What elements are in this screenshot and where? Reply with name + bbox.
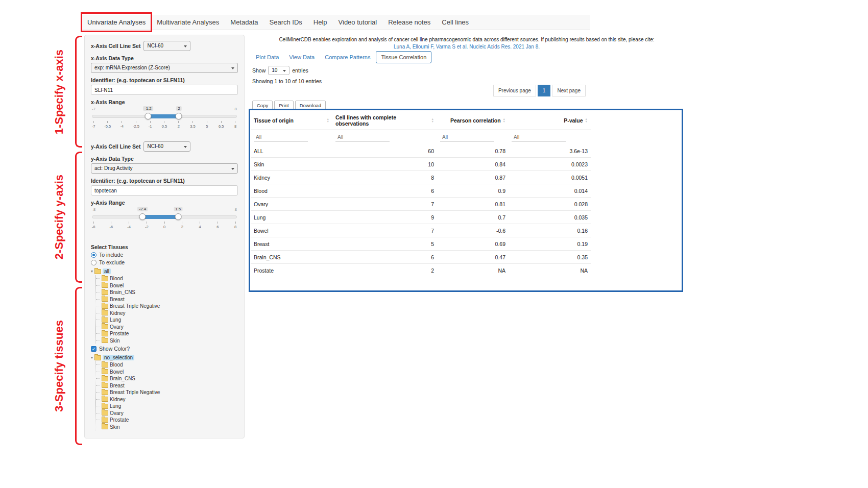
nav-item[interactable]: Release notes <box>382 15 436 30</box>
tree-root-all[interactable]: ▾ all <box>91 267 238 275</box>
column-filter-input[interactable] <box>512 133 566 141</box>
tree-item[interactable]: Prostate <box>96 417 238 424</box>
showing-entries-text: Showing 1 to 10 of 10 entries <box>252 78 322 84</box>
tree-item[interactable]: Kidney <box>96 396 238 403</box>
cell-correlation: -0.6 <box>437 224 509 237</box>
tree-item[interactable]: Lung <box>96 403 238 410</box>
tree-item[interactable]: Brain_CNS <box>96 289 238 296</box>
cell-correlation: 0.84 <box>437 158 509 170</box>
tree-item[interactable]: Skin <box>96 337 238 345</box>
cell-correlation: 0.7 <box>437 211 509 224</box>
cell-observations: 5 <box>332 237 437 250</box>
intro-text: CellMinerCDB enables exploration and ana… <box>250 37 683 50</box>
exclude-radio-row[interactable]: To exclude <box>91 259 238 265</box>
nav-item[interactable]: Search IDs <box>264 15 308 30</box>
tick: 4 <box>199 222 202 229</box>
nav-item[interactable]: Metadata <box>225 15 263 30</box>
y-range-low-handle[interactable] <box>139 213 146 220</box>
nav-item[interactable]: Univariate Analyses <box>82 15 151 30</box>
color-tissue-tree: ▾ no_selection Blood Bowel Brain_CNS Bre <box>91 354 238 430</box>
tree-item[interactable]: Brain_CNS <box>96 375 238 382</box>
y-data-type-select[interactable]: act: Drug Activity <box>91 163 238 174</box>
nav-item[interactable]: Multivariate Analyses <box>151 15 225 30</box>
include-radio-row[interactable]: To include <box>91 252 238 258</box>
folder-icon <box>102 404 108 409</box>
tree-item[interactable]: Ovary <box>96 324 238 331</box>
show-color-checkbox[interactable]: ✓ <box>91 346 97 352</box>
tree-item[interactable]: Kidney <box>96 310 238 317</box>
tree-item[interactable]: Ovary <box>96 410 238 417</box>
folder-icon <box>102 383 108 388</box>
tree-item[interactable]: Blood <box>96 361 238 369</box>
cell-tissue: Lung <box>251 211 332 224</box>
folder-icon <box>102 397 108 402</box>
x-identifier-input[interactable] <box>91 85 238 95</box>
entries-count-select[interactable]: 10 <box>268 66 290 75</box>
tree-item[interactable]: Prostate <box>96 330 238 337</box>
table-row: ALL 60 0.78 3.6e-13 <box>251 144 591 157</box>
previous-page-button[interactable]: Previous page <box>493 85 536 96</box>
x-range-high-value: 2 <box>176 106 181 111</box>
y-range-max: 8 <box>235 207 237 212</box>
include-tissue-tree: ▾ all Blood Bowel Brain_CNS Breast <box>91 267 238 344</box>
tree-item[interactable]: Lung <box>96 316 238 324</box>
citation-link[interactable]: Luna A, Elloumi F, Varma S et al. Nuclei… <box>250 44 683 50</box>
x-cell-line-set-select[interactable]: NCI-60 <box>143 41 190 51</box>
tree-item[interactable]: Bowel <box>96 282 238 289</box>
result-tab[interactable]: Plot Data <box>251 52 283 63</box>
folder-icon <box>102 324 108 329</box>
result-tab[interactable]: View Data <box>284 52 319 63</box>
x-range-max: 8 <box>235 107 237 111</box>
slider-range-bar <box>142 215 178 219</box>
nav-item[interactable]: Help <box>308 15 333 30</box>
folder-icon <box>102 331 108 336</box>
next-page-button[interactable]: Next page <box>552 85 586 96</box>
column-header[interactable]: Cell lines with complete observations ▲▼ <box>332 111 437 130</box>
table-row: Skin 10 0.84 0.0023 <box>251 157 591 170</box>
result-tab[interactable]: Compare Patterns <box>320 52 375 63</box>
column-header[interactable]: Tissue of origin ▲▼ <box>251 111 332 130</box>
cell-observations: 2 <box>332 264 437 277</box>
column-filter-input[interactable] <box>335 133 390 141</box>
step3-bracket <box>75 287 82 445</box>
step1-label: 1-Specify x-axis <box>49 41 69 143</box>
cell-observations: 7 <box>332 198 437 210</box>
cell-pvalue: 0.0023 <box>509 158 591 170</box>
tree-item[interactable]: Breast Triple Negative <box>96 303 238 310</box>
x-data-type-select[interactable]: exp: mRNA Expression (Z-Score) <box>91 63 238 73</box>
table-row: Blood 6 0.9 0.014 <box>251 184 591 197</box>
nav-item[interactable]: Video tutorial <box>333 15 383 30</box>
tick: -5.5 <box>106 121 109 129</box>
result-tab[interactable]: Tissue Correlation <box>376 51 431 63</box>
include-radio[interactable] <box>91 252 97 258</box>
tree-item[interactable]: Bowel <box>96 369 238 376</box>
cell-pvalue: 0.0051 <box>509 171 591 184</box>
x-range-high-handle[interactable] <box>176 113 182 119</box>
nav-item[interactable]: Cell lines <box>436 15 474 30</box>
tick: -8 <box>92 222 95 229</box>
tree-item[interactable]: Blood <box>96 275 238 282</box>
x-cell-line-set-label: x-Axis Cell Line Set <box>91 43 140 49</box>
tree-item[interactable]: Breast Triple Negative <box>96 389 238 396</box>
cell-correlation: 0.81 <box>437 198 509 210</box>
pagination: Previous page 1 Next page <box>493 85 586 96</box>
sort-icon: ▲▼ <box>431 118 434 123</box>
show-color-row[interactable]: ✓ Show Color? <box>91 346 238 352</box>
tree-item[interactable]: Breast <box>96 296 238 303</box>
y-cell-line-set-select[interactable]: NCI-60 <box>143 141 190 152</box>
tree-item[interactable]: Skin <box>96 424 238 431</box>
folder-icon <box>102 362 108 368</box>
page-1-button[interactable]: 1 <box>538 85 551 96</box>
tree-root-no-selection[interactable]: ▾ no_selection <box>91 354 238 361</box>
column-filter-input[interactable] <box>440 133 494 141</box>
folder-icon <box>102 304 108 309</box>
tick: 2 <box>181 222 184 229</box>
exclude-radio[interactable] <box>91 260 97 265</box>
column-filter-input[interactable] <box>254 133 308 141</box>
column-header[interactable]: P-value ▲▼ <box>509 111 591 130</box>
y-identifier-input[interactable] <box>91 185 238 196</box>
tree-item[interactable]: Breast <box>96 382 238 389</box>
column-header[interactable]: Pearson correlation ▲▼ <box>437 111 509 130</box>
y-range-high-handle[interactable] <box>175 213 181 220</box>
x-range-low-handle[interactable] <box>144 113 151 119</box>
